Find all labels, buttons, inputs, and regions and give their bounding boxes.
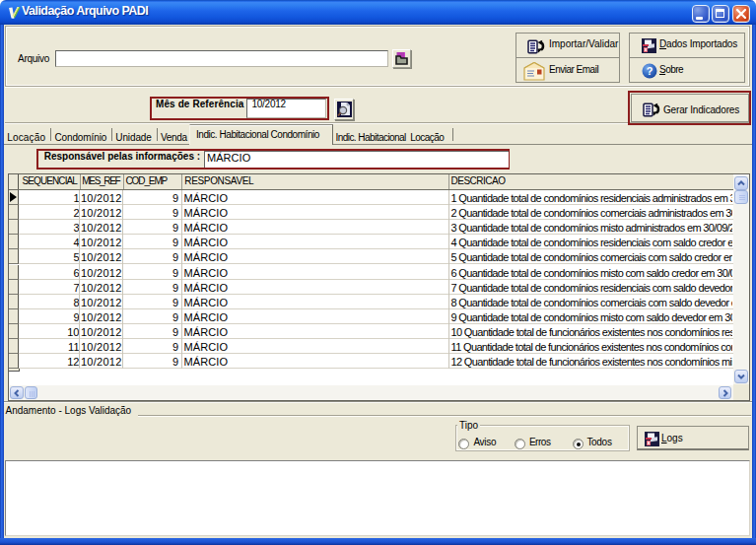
svg-text:?: ? — [647, 65, 653, 77]
